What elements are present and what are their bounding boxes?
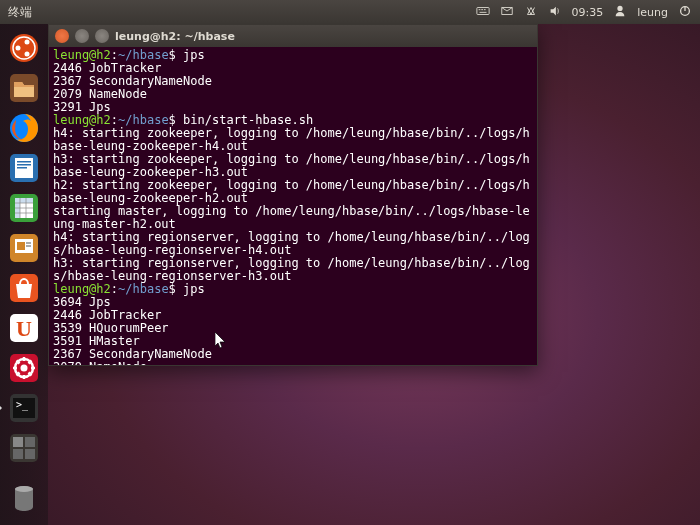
window-titlebar[interactable]: leung@h2: ~/hbase [49, 25, 537, 47]
active-app-title: 终端 [8, 4, 32, 21]
svg-point-33 [21, 365, 28, 372]
svg-text:U: U [16, 316, 32, 341]
svg-rect-2 [481, 9, 483, 10]
svg-rect-26 [26, 242, 31, 244]
launcher-dash[interactable] [4, 28, 44, 68]
svg-rect-39 [25, 437, 35, 447]
svg-rect-27 [26, 245, 31, 247]
launcher-writer[interactable] [4, 148, 44, 188]
svg-rect-17 [17, 164, 31, 166]
svg-rect-1 [478, 9, 480, 10]
launcher-impress[interactable] [4, 228, 44, 268]
svg-rect-3 [483, 9, 485, 10]
window-close-button[interactable] [55, 29, 69, 43]
launcher-nautilus[interactable] [4, 68, 44, 108]
keyboard-indicator-icon[interactable] [476, 4, 490, 21]
svg-point-7 [10, 34, 38, 62]
svg-rect-41 [25, 449, 35, 459]
window-maximize-button[interactable] [95, 29, 109, 43]
terminal-window: leung@h2: ~/hbase leung@h2:~/hbase$ jps … [48, 24, 538, 366]
svg-rect-0 [476, 7, 488, 14]
launcher-settings[interactable] [4, 348, 44, 388]
svg-rect-25 [17, 242, 25, 250]
svg-point-9 [16, 46, 21, 51]
volume-indicator-icon[interactable] [548, 4, 562, 21]
svg-rect-40 [13, 449, 23, 459]
svg-rect-16 [17, 161, 31, 163]
session-indicator-icon[interactable] [678, 4, 692, 21]
launcher-software-center[interactable] [4, 268, 44, 308]
launcher-terminal[interactable]: >_ [4, 388, 44, 428]
launcher-workspace[interactable] [4, 428, 44, 468]
network-indicator-icon[interactable] [524, 4, 538, 21]
terminal-output[interactable]: leung@h2:~/hbase$ jps 2446 JobTracker 23… [49, 47, 537, 365]
svg-rect-38 [13, 437, 23, 447]
window-title: leung@h2: ~/hbase [115, 30, 235, 43]
user-name-text[interactable]: leung [637, 6, 668, 19]
clock-text[interactable]: 09:35 [572, 6, 604, 19]
top-panel: 终端 09:35 leung [0, 0, 700, 24]
trash-icon[interactable] [4, 479, 44, 519]
user-indicator-icon[interactable] [613, 4, 627, 21]
launcher-calc[interactable] [4, 188, 44, 228]
launcher-firefox[interactable] [4, 108, 44, 148]
launcher-ubuntuone[interactable]: U [4, 308, 44, 348]
svg-point-43 [15, 486, 33, 492]
window-minimize-button[interactable] [75, 29, 89, 43]
svg-point-5 [618, 5, 623, 10]
svg-point-11 [25, 52, 30, 57]
svg-rect-18 [17, 167, 27, 169]
svg-rect-4 [479, 11, 486, 12]
unity-launcher: U>_ [0, 24, 48, 525]
mouse-cursor-icon [215, 332, 227, 350]
system-tray: 09:35 leung [476, 4, 692, 21]
svg-text:>_: >_ [16, 399, 29, 411]
svg-point-10 [25, 40, 30, 45]
mail-indicator-icon[interactable] [500, 4, 514, 21]
